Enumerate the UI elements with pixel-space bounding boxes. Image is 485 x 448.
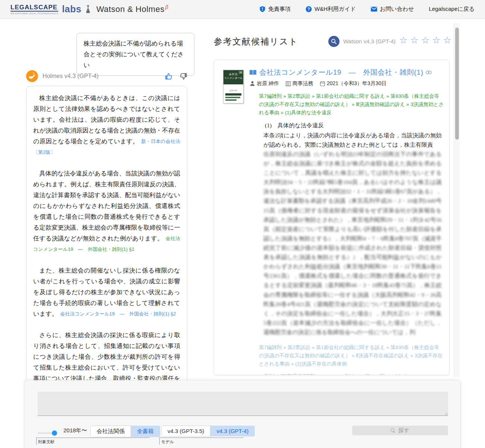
holmes-avatar: [26, 70, 38, 82]
document-breadcrumb-secondary[interactable]: 第7編雑則 » 第2章訴訟 » 第1節会社の組織に関する訴え » 第830条（株…: [259, 343, 444, 368]
watson-engine-name: Watson v4.3 (GPT-4): [343, 38, 395, 44]
star-outline-icon[interactable]: [421, 35, 429, 45]
citation-link[interactable]: 会社法コンメンタール19 ― 外国会社・雑則(1) §2: [60, 311, 176, 317]
app-title: Watson & Holmesβ: [96, 4, 168, 14]
watson-badge[interactable]: [328, 36, 340, 47]
star-outline-icon[interactable]: [399, 35, 407, 45]
vertical-scrollbar[interactable]: [454, 23, 460, 377]
query-composer-panel: 2018年〜 会社法関係 全書籍 v4.3 (GPT-3.5) v4.3 (GP…: [24, 380, 461, 448]
rating-stars: [399, 35, 451, 45]
book-icon: [249, 69, 257, 76]
model-option-gpt4[interactable]: v4.3 (GPT-4): [210, 426, 255, 436]
brand-wordmark: LEGALSCAPE: [10, 4, 58, 12]
answer-paragraph: 株主総会決議に不備があるときは、この決議には原則として法律効果を認めるべきではな…: [33, 93, 180, 158]
doc-publisher: 商事法務: [286, 80, 313, 87]
answer-paragraph: また、株主総会の開催ないし採決に係る権限のない者がこれを行っている場合や、決議の…: [33, 265, 180, 319]
flask-icon: [85, 5, 91, 13]
assistant-header-row: Holmes v4.3 (GPT-4): [26, 70, 187, 82]
query-input[interactable]: [38, 392, 448, 416]
svg-text:?: ?: [307, 7, 310, 11]
disclaimer-shield-icon: [259, 6, 266, 12]
search-icon: [331, 38, 337, 44]
slider-knob[interactable]: [52, 430, 57, 436]
calendar-icon: [320, 81, 325, 86]
link-icon[interactable]: [426, 71, 432, 74]
excerpt-heading: (1) 具体的な法令違反: [263, 121, 442, 130]
scope-option-kaishahou[interactable]: 会社法関係: [90, 426, 131, 437]
thumbs-up-button[interactable]: [165, 73, 172, 80]
labs-wordmark: labs: [62, 4, 81, 15]
year-filter-label: 2018年〜: [63, 427, 87, 434]
nav-guide[interactable]: ? W&H利用ガイド: [306, 6, 356, 13]
nav-contact[interactable]: お問い合わせ: [371, 6, 414, 13]
volume-badge: 19: [239, 71, 242, 74]
scope-group-outline: 対象文献: [36, 438, 150, 445]
header-nav: 免責事項 ? W&H利用ガイド お問い合わせ Legalscapeに戻る: [259, 6, 475, 13]
excerpt-blurred-text: 任原則違反の決議（いずれも明治23年制定の旧商法下の事件であるが，株主総会決議に…: [263, 149, 442, 337]
model-group-outline: モデル: [159, 438, 244, 445]
watson-holmes-app: LEGALSCAPE WE EMPOWER LEGAL PROFESSIONAL…: [0, 0, 485, 448]
scope-option-all-books[interactable]: 全書籍: [131, 426, 160, 437]
search-button[interactable]: 探す: [352, 426, 448, 435]
model-group-label: モデル: [159, 438, 176, 445]
brand-tagline: WE EMPOWER LEGAL PROFESSIONALS: [10, 12, 58, 15]
assistant-answer-card: 株主総会決議に不備があるときは、この決議には原則として法律効果を認めるべきではな…: [26, 86, 187, 424]
reference-panel-title: 参考文献候補リスト: [214, 36, 298, 47]
thumbs-down-button[interactable]: [180, 73, 187, 80]
scope-group-label: 対象文献: [36, 438, 56, 445]
app-header: LEGALSCAPE WE EMPOWER LEGAL PROFESSIONAL…: [0, 0, 485, 19]
document-excerpt: (1) 具体的な法令違反 本条2項により，決議の内容に法令違反がある場合，当該決…: [263, 121, 442, 337]
nav-back-to-legalscape[interactable]: Legalscapeに戻る: [429, 6, 475, 13]
doc-author: 岩原 紳作: [250, 80, 279, 87]
scrollbar-thumb[interactable]: [455, 28, 459, 140]
answer-paragraph: 具体的な法令違反がある場合、当該決議の無効が認められます。例えば、株主有限責任原…: [33, 168, 180, 255]
pipe-icon: [28, 72, 36, 80]
doc-date: 2021（令和3）年3月30日: [320, 80, 387, 87]
star-outline-icon[interactable]: [410, 35, 418, 45]
excerpt-faded-text: 反対，東京高判昭和62・12・23判タ685号253頁）がある。 以上を見るに，…: [263, 372, 442, 375]
legalscape-labs-logo[interactable]: LEGALSCAPE WE EMPOWER LEGAL PROFESSIONAL…: [10, 4, 91, 15]
document-title-link[interactable]: 会社法コンメンタール19 ― 外国会社・雑則(1): [259, 68, 423, 77]
excerpt-visible-text: 本条2項により，決議の内容に法令違反がある場合，当該決議の無効が認められる。実際…: [263, 131, 442, 149]
star-outline-icon[interactable]: [432, 35, 440, 45]
model-toggle-group: v4.3 (GPT-3.5) v4.3 (GPT-4): [161, 426, 255, 436]
user-question-bubble: 株主総会決議に不備が認められる場合とその実例について教えてください: [76, 33, 194, 76]
assistant-name: Holmes v4.3 (GPT-4): [43, 73, 98, 80]
publisher-icon: [286, 81, 291, 86]
star-outline-icon[interactable]: [443, 35, 451, 45]
book-cover-thumbnail[interactable]: 会社法 コンメンタール 19 岩原 紳作: [223, 70, 244, 103]
nav-disclaimer[interactable]: 免責事項: [259, 6, 291, 13]
scope-toggle-group: 会社法関係 全書籍: [90, 426, 160, 437]
beta-badge: β: [165, 4, 169, 10]
help-circle-icon: ?: [306, 6, 312, 12]
model-option-gpt35[interactable]: v4.3 (GPT-3.5): [161, 426, 210, 436]
reference-document-card: 会社法 コンメンタール 19 岩原 紳作 会社法コンメンタール19 ― 外国会社…: [214, 60, 450, 375]
mail-icon: [371, 6, 377, 12]
search-icon: [391, 428, 395, 433]
document-breadcrumb[interactable]: 第7編雑則 » 第2章訴訟 » 第1節会社の組織に関する訴え » 第830条（株…: [259, 92, 444, 117]
year-range-slider[interactable]: [38, 430, 57, 436]
person-icon: [250, 81, 255, 86]
